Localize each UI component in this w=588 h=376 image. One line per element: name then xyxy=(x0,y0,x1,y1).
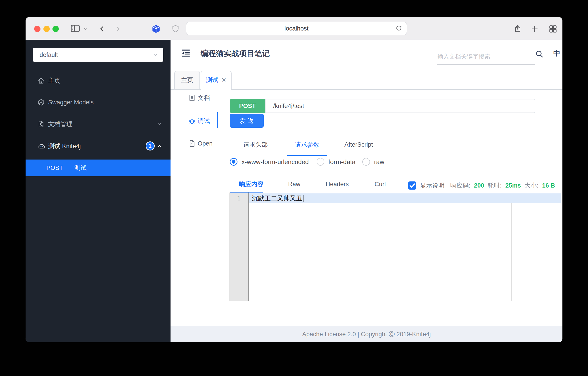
footer-license: Apache License 2.0 | Copyright Ⓒ 2019-Kn… xyxy=(171,326,562,342)
swagger-models-icon xyxy=(37,99,45,106)
browser-window: localhost xyxy=(26,17,562,342)
page-title: 编程猫实战项目笔记 xyxy=(201,40,270,67)
response-meta: 显示说明 响应码: 200 耗时: 25ms 大小: 16 B xyxy=(408,178,555,193)
sidebar-item-post-test[interactable]: POST 测试 xyxy=(26,159,171,176)
chevron-down-icon xyxy=(157,121,162,127)
nav-doc[interactable]: 文档 xyxy=(171,92,218,104)
app-sidebar: default 主页 xyxy=(26,40,171,342)
radio-label[interactable]: raw xyxy=(374,157,384,167)
editor-active-line: 沉默王二又帅又丑 xyxy=(249,193,561,203)
check-icon xyxy=(408,181,416,189)
text-cursor xyxy=(303,195,303,202)
tab-headers[interactable]: Headers xyxy=(316,178,359,193)
nav-label: 调试 xyxy=(198,115,210,127)
request-tabs: 请求头部 请求参数 AfterScript xyxy=(230,137,561,156)
maximize-window-button[interactable] xyxy=(53,26,59,32)
minimize-window-button[interactable] xyxy=(43,26,50,32)
page-tabbar: 主页 测试✕ xyxy=(171,67,562,90)
workspace: 文档 调试 xyxy=(171,90,562,326)
sidebar-item-home[interactable]: 主页 xyxy=(26,74,171,87)
editor-gutter: 1 xyxy=(229,193,249,301)
close-tab-icon[interactable]: ✕ xyxy=(221,77,226,84)
tab-afterscript[interactable]: AfterScript xyxy=(333,137,385,156)
http-method-button: POST xyxy=(230,99,265,113)
nav-open[interactable]: Open xyxy=(171,137,218,150)
main-content: 编程猫实战项目笔记 中 主页 测试✕ xyxy=(171,40,562,342)
sidebar-item-label: 文档管理 xyxy=(48,117,73,131)
home-icon xyxy=(37,77,45,84)
route-label: 测试 xyxy=(75,159,87,176)
share-icon[interactable] xyxy=(513,24,522,33)
chevron-down-icon xyxy=(152,52,158,58)
tab-label: 测试 xyxy=(206,77,218,84)
tab-raw[interactable]: Raw xyxy=(273,178,316,193)
file-icon xyxy=(188,140,196,147)
tab-test[interactable]: 测试✕ xyxy=(201,71,232,90)
back-button[interactable] xyxy=(98,25,106,33)
send-button[interactable]: 发 送 xyxy=(230,114,264,128)
route-method: POST xyxy=(46,159,63,176)
desktop-background: localhost xyxy=(0,0,588,376)
language-toggle[interactable]: 中 xyxy=(553,40,560,67)
search-icon[interactable] xyxy=(535,50,544,58)
sidebar-chevron-down-icon[interactable] xyxy=(83,27,88,31)
sidebar-item-test-knife4j[interactable]: API 测试 Knife4j 1 xyxy=(26,139,171,153)
show-description-checkbox[interactable] xyxy=(408,181,416,189)
new-tab-icon[interactable] xyxy=(530,25,539,33)
radio-label[interactable]: form-data xyxy=(328,157,355,167)
sidebar-item-swagger-models[interactable]: Swagger Models xyxy=(26,95,171,109)
nav-label: Open xyxy=(198,137,213,150)
size-value: 16 B xyxy=(542,182,555,189)
site-favicon-cube-icon xyxy=(151,24,161,34)
tab-overview-icon[interactable] xyxy=(548,24,557,33)
bug-icon xyxy=(188,117,196,125)
status-code-label: 响应码: xyxy=(450,181,470,189)
elapsed-label: 耗时: xyxy=(488,181,502,189)
browser-toolbar: localhost xyxy=(26,17,562,40)
show-description-label[interactable]: 显示说明 xyxy=(420,181,444,189)
sidebar-toggle-icon[interactable] xyxy=(70,24,80,32)
api-count-badge: 1 xyxy=(146,141,155,150)
tab-request-headers[interactable]: 请求头部 xyxy=(230,137,281,156)
size-label: 大小: xyxy=(524,181,538,189)
api-icon-text: API xyxy=(40,146,43,148)
tab-curl[interactable]: Curl xyxy=(359,178,402,193)
collapse-menu-icon[interactable] xyxy=(181,48,191,58)
api-group-value: default xyxy=(40,48,58,62)
status-code-value: 200 xyxy=(474,182,484,189)
doc-side-nav: 文档 调试 xyxy=(171,90,218,204)
sidebar-item-doc-manage[interactable]: 文档管理 xyxy=(26,117,171,131)
radio-x-www-form-urlencoded[interactable] xyxy=(230,158,237,166)
nav-label: 文档 xyxy=(198,92,210,104)
document-settings-icon xyxy=(37,120,45,128)
tab-response-content[interactable]: 响应内容 xyxy=(230,178,273,193)
request-url-input[interactable] xyxy=(265,99,535,113)
sidebar-item-label: Swagger Models xyxy=(48,95,94,109)
api-cloud-icon: API xyxy=(37,142,45,150)
tab-request-params[interactable]: 请求参数 xyxy=(281,137,333,156)
debug-pane: POST 发 送 请求头部 请求参数 AfterScript x-www-for… xyxy=(218,90,562,326)
document-icon xyxy=(188,94,196,102)
chevron-up-icon xyxy=(157,144,162,149)
radio-form-data[interactable] xyxy=(317,158,324,166)
content-header: 编程猫实战项目笔记 中 xyxy=(171,40,562,67)
search-input[interactable] xyxy=(437,49,535,65)
response-body-text: 沉默王二又帅又丑 xyxy=(252,193,302,203)
address-bar[interactable]: localhost xyxy=(186,22,407,35)
elapsed-value: 25ms xyxy=(505,182,521,189)
reload-icon[interactable] xyxy=(395,25,403,32)
forward-button[interactable] xyxy=(114,25,121,33)
address-url[interactable]: localhost xyxy=(186,22,407,35)
line-number: 1 xyxy=(229,193,248,203)
content-type-options: x-www-form-urlencoded form-data raw xyxy=(230,157,561,167)
nav-debug[interactable]: 调试 xyxy=(171,115,218,127)
api-group-select[interactable]: default xyxy=(33,48,163,62)
radio-label[interactable]: x-www-form-urlencoded xyxy=(242,157,309,167)
sidebar-item-label: 测试 Knife4j xyxy=(48,139,81,153)
radio-raw[interactable] xyxy=(362,158,370,166)
tab-home[interactable]: 主页 xyxy=(174,71,200,89)
sidebar-item-label: 主页 xyxy=(48,74,60,87)
editor-ruler-line xyxy=(511,203,512,301)
privacy-shield-icon[interactable] xyxy=(171,24,180,33)
close-window-button[interactable] xyxy=(34,26,41,32)
